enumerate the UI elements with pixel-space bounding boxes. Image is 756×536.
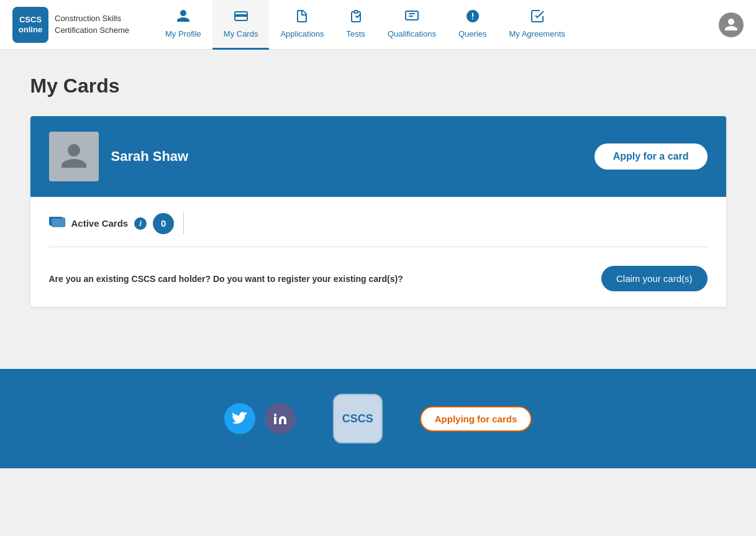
logo-link[interactable]: CSCSonline Construction Skills Certifica… <box>12 7 135 43</box>
main-nav: My Profile My Cards Applications Tests <box>154 0 744 49</box>
cards-nav-icon <box>234 9 248 27</box>
agreements-icon <box>530 9 545 27</box>
nav-qualifications[interactable]: Qualifications <box>376 0 447 50</box>
header: CSCSonline Construction Skills Certifica… <box>0 0 756 50</box>
linkedin-icon[interactable] <box>265 403 296 434</box>
social-icons <box>224 403 296 434</box>
svg-rect-4 <box>52 218 65 227</box>
my-cards-panel: Sarah Shaw Apply for a card Active Cards… <box>30 116 726 307</box>
user-account-button[interactable] <box>719 12 744 37</box>
svg-rect-1 <box>235 14 247 17</box>
active-cards-count: 0 <box>153 213 174 234</box>
nav-queries[interactable]: Queries <box>447 0 498 50</box>
nav-my-agreements-label: My Agreements <box>509 29 565 39</box>
active-cards-icon <box>49 216 65 232</box>
footer-logo: CSCS <box>333 394 383 443</box>
vertical-divider <box>183 212 184 234</box>
info-icon[interactable]: i <box>134 217 147 230</box>
claim-cards-button[interactable]: Claim your card(s) <box>601 266 708 291</box>
queries-icon <box>465 9 480 27</box>
nav-my-agreements[interactable]: My Agreements <box>498 0 576 50</box>
active-cards-row: Active Cards i 0 <box>49 212 708 247</box>
applications-icon <box>294 9 309 27</box>
profile-icon <box>176 9 191 27</box>
nav-my-profile[interactable]: My Profile <box>154 0 212 50</box>
applying-for-cards-button[interactable]: Applying for cards <box>420 406 532 432</box>
claim-row: Are you an existing CSCS card holder? Do… <box>49 263 708 291</box>
logo-text: Construction Skills Certification Scheme <box>55 13 135 35</box>
page-title: My Cards <box>30 75 726 98</box>
nav-my-profile-label: My Profile <box>165 29 201 39</box>
avatar <box>49 132 99 181</box>
nav-applications[interactable]: Applications <box>269 0 335 50</box>
user-info: Sarah Shaw <box>49 132 189 181</box>
nav-tests-label: Tests <box>347 29 365 39</box>
claim-text: Are you an existing CSCS card holder? Do… <box>49 274 403 284</box>
twitter-icon[interactable] <box>224 403 255 434</box>
footer: CSCS Applying for cards <box>0 369 756 468</box>
nav-tests[interactable]: Tests <box>335 0 376 50</box>
nav-applications-label: Applications <box>280 29 324 39</box>
nav-qualifications-label: Qualifications <box>388 29 436 39</box>
nav-queries-label: Queries <box>458 29 487 39</box>
nav-my-cards-label: My Cards <box>224 29 258 39</box>
tests-icon <box>348 9 363 27</box>
nav-my-cards[interactable]: My Cards <box>212 0 270 50</box>
card-panel-header: Sarah Shaw Apply for a card <box>30 116 726 197</box>
main-content: My Cards Sarah Shaw Apply for a card Act… <box>12 50 745 332</box>
qualifications-icon <box>404 9 419 27</box>
logo-icon: CSCSonline <box>12 7 48 43</box>
user-name: Sarah Shaw <box>111 148 189 165</box>
card-panel-body: Active Cards i 0 Are you an existing CSC… <box>30 197 726 307</box>
active-cards-label: Active Cards <box>71 218 129 229</box>
apply-for-card-button[interactable]: Apply for a card <box>594 143 708 170</box>
